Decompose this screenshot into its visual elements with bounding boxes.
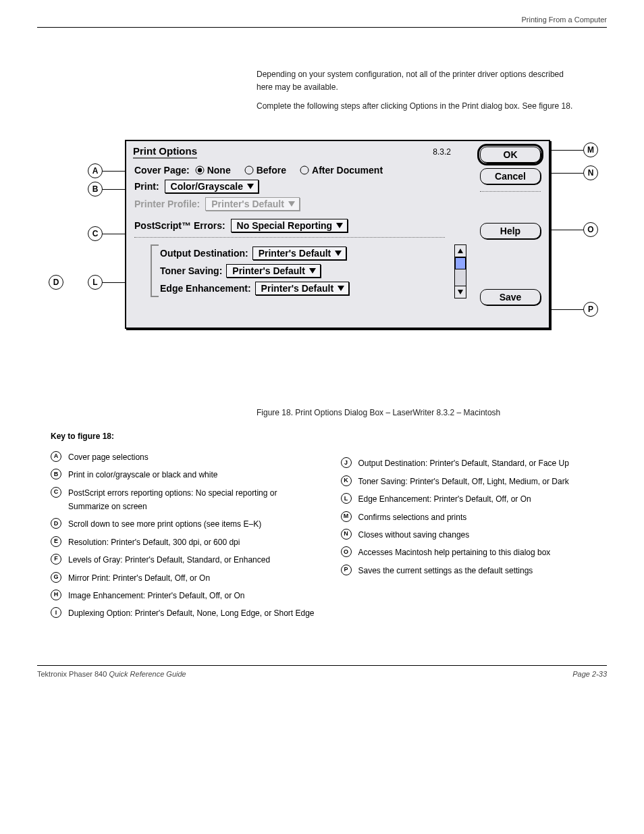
legend-item: HImage Enhancement: Printer's Default, O… [51, 589, 317, 602]
legend-text: Closes without saving changes [358, 528, 608, 542]
scroll-down-button[interactable] [455, 286, 466, 298]
triangle-down-icon [458, 290, 463, 294]
legend-letter: I [51, 607, 61, 618]
chevron-down-icon [288, 201, 295, 207]
callout-A: A [88, 163, 103, 178]
printer-profile-label: Printer Profile: [134, 199, 200, 209]
options-scrollbar[interactable] [454, 244, 466, 298]
print-options-dialog: OK Cancel Help Save Print Options 8.3.2 … [125, 140, 550, 329]
cover-page-label: Cover Page: [134, 165, 190, 176]
legend-letter: G [51, 572, 61, 583]
legend-letter: D [51, 518, 61, 529]
legend-text: Output Destination: Printer's Default, S… [358, 457, 608, 470]
legend-text: Duplexing Option: Printer's Default, Non… [68, 606, 317, 620]
legend-item: CPostScript errors reporting options: No… [51, 486, 317, 514]
legend-text: Toner Saving: Printer's Default, Off, Li… [358, 475, 608, 488]
callout-M: M [583, 142, 598, 157]
legend-text: Levels of Gray: Printer's Default, Stand… [68, 553, 317, 567]
footer-left: Tektronix Phaser 840 Quick Reference Gui… [37, 670, 186, 678]
toner-saving-dropdown[interactable]: Printer's Default [226, 264, 321, 278]
legend-letter: K [341, 475, 352, 486]
printer-profile-dropdown: Printer's Default [205, 197, 300, 211]
legend-letter: P [341, 565, 352, 575]
legend-item: FLevels of Gray: Printer's Default, Stan… [51, 553, 317, 567]
legend-item: DScroll down to see more print options (… [51, 517, 317, 531]
legend-item: OAccesses Macintosh help pertaining to t… [341, 546, 608, 559]
legend-text: Accesses Macintosh help pertaining to th… [358, 546, 608, 559]
legend-item: MConfirms selections and prints [341, 511, 608, 524]
legend-text: Image Enhancement: Printer's Default, Of… [68, 589, 317, 602]
legend-text: Scroll down to see more print options (s… [68, 517, 317, 531]
legend-item: IDuplexing Option: Printer's Default, No… [51, 606, 317, 620]
triangle-up-icon [458, 249, 463, 253]
legend-text: Mirror Print: Printer's Default, Off, or… [68, 571, 317, 585]
cover-page-after[interactable]: After Document [300, 165, 383, 176]
legend-text: Saves the current settings as the defaul… [358, 564, 608, 577]
scroll-thumb[interactable] [455, 257, 466, 269]
legend-item: LEdge Enhancement: Printer's Default, Of… [341, 492, 608, 506]
legend-letter: N [341, 529, 352, 540]
callout-B: B [88, 182, 103, 197]
legend-letter: F [51, 554, 61, 565]
dialog-title: Print Options [133, 145, 197, 159]
legend-header: Key to figure 18: [51, 429, 317, 443]
legend-letter: O [341, 546, 352, 557]
legend-item: JOutput Destination: Printer's Default, … [341, 457, 608, 470]
legend-letter: B [51, 469, 61, 479]
ps-errors-dropdown[interactable]: No Special Reporting [231, 219, 348, 232]
print-label: Print: [134, 181, 159, 192]
svg-point-1 [198, 168, 202, 172]
callout-L: L [88, 275, 103, 290]
legend-text: Resolution: Printer's Default, 300 dpi, … [68, 536, 317, 549]
callout-O: O [583, 222, 598, 237]
legend-text: Print in color/grayscale or black and wh… [68, 468, 317, 481]
print-dropdown[interactable]: Color/Grayscale [165, 180, 259, 193]
output-dest-label: Output Destination: [160, 248, 248, 259]
callout-D: D [49, 275, 63, 290]
chevron-down-icon [247, 184, 254, 189]
output-dest-dropdown[interactable]: Printer's Default [252, 246, 347, 260]
edge-enh-dropdown[interactable]: Printer's Default [255, 282, 350, 295]
legend-item: KToner Saving: Printer's Default, Off, L… [341, 475, 608, 488]
cover-page-before[interactable]: Before [244, 165, 286, 176]
legend-text: Confirms selections and prints [358, 511, 608, 524]
legend-item: NCloses without saving changes [341, 528, 608, 542]
svg-point-3 [300, 166, 308, 174]
intro-text: Depending on your system configuration, … [257, 68, 581, 113]
dialog-version: 8.3.2 [433, 147, 451, 157]
legend-text: Edge Enhancement: Printer's Default, Off… [358, 492, 608, 506]
group-bracket-icon [151, 244, 159, 297]
scrollable-options-group: Output Destination: Printer's Default To… [160, 244, 450, 297]
callout-C: C [88, 226, 103, 241]
chevron-down-icon [338, 286, 344, 291]
callout-N: N [583, 165, 598, 180]
legend-text: PostScript errors reporting options: No … [68, 486, 317, 514]
chevron-down-icon [335, 251, 342, 256]
legend-letter: M [341, 511, 352, 522]
page-header-right: Printing From a Computer [521, 16, 607, 24]
legend-item: ACover page selections [51, 450, 317, 464]
legend-text: Cover page selections [68, 450, 317, 464]
chevron-down-icon [309, 268, 316, 273]
legend-letter: H [51, 590, 61, 600]
legend-item: BPrint in color/grayscale or black and w… [51, 468, 317, 481]
legend-letter: J [341, 457, 352, 468]
ps-errors-label: PostScript™ Errors: [134, 220, 225, 231]
edge-enh-label: Edge Enhancement: [160, 283, 251, 294]
footer-right: Page 2-33 [572, 670, 607, 678]
legend-letter: C [51, 487, 61, 498]
svg-point-2 [245, 166, 253, 174]
legend-item: PSaves the current settings as the defau… [341, 564, 608, 577]
toner-saving-label: Toner Saving: [160, 265, 222, 276]
cover-page-none[interactable]: None [195, 165, 231, 176]
callout-P: P [583, 302, 598, 317]
legend-letter: L [341, 493, 352, 504]
legend-item: EResolution: Printer's Default, 300 dpi,… [51, 536, 317, 549]
legend-letter: E [51, 536, 61, 547]
legend-item: GMirror Print: Printer's Default, Off, o… [51, 571, 317, 585]
legend-letter: A [51, 451, 61, 462]
chevron-down-icon [336, 223, 343, 228]
figure-caption: Figure 18. Print Options Dialog Box – La… [257, 407, 581, 419]
scroll-up-button[interactable] [455, 245, 466, 257]
